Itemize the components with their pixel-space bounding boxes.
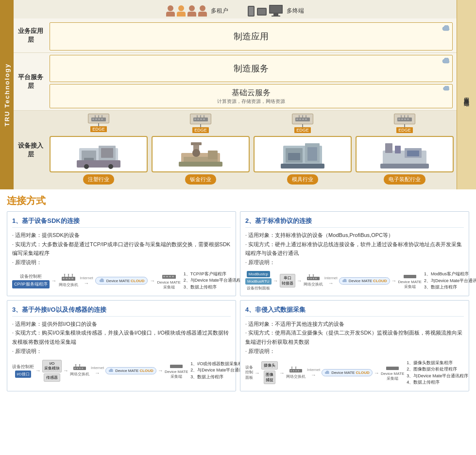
svg-point-31 <box>302 115 304 116</box>
svg-rect-3 <box>98 118 100 120</box>
svg-point-80 <box>68 274 69 275</box>
user-icon-3 <box>187 5 196 17</box>
serial-box: 串口 转接器 <box>280 274 295 287</box>
conn-box-io: 3、基于外接I/O以及传感器的连接 · 适用对象：提供外部I/O接口的设备 · … <box>7 300 236 391</box>
svg-point-81 <box>71 274 73 275</box>
platform-layer-label: 平台服务层 <box>14 53 48 110</box>
svg-rect-24 <box>299 118 301 120</box>
industry-boxes: 注塑行业 钣金行业 模具行业 <box>50 136 454 185</box>
svg-rect-35 <box>401 118 403 120</box>
svg-point-55 <box>192 149 200 157</box>
modbus-rtu-box: ModBusRTU <box>245 278 272 285</box>
conn-box-sdk: 1、基于设备SDK的连接 · 适用对象：提供SDK的设备 · 实现方式：大多数设… <box>7 211 236 296</box>
device-layer-row: 设备接入层 EDGE <box>14 111 457 189</box>
svg-rect-26 <box>305 118 307 120</box>
svg-rect-99 <box>77 368 78 369</box>
conn-sdk-title: 1、基于设备SDK的连接 <box>12 217 231 228</box>
conn-ni-texts: · 适用对象：不适用于其他连接方式的设备 · 实现方式：使用高清工业摄像头（提供… <box>245 320 464 356</box>
tru-label: TRU Technology <box>3 63 11 126</box>
svg-rect-15 <box>203 118 205 120</box>
image-capture-box: 图像 捕捉 <box>264 371 275 384</box>
svg-rect-96 <box>404 275 416 278</box>
svg-rect-4 <box>101 118 103 120</box>
tablet-icon <box>257 8 267 16</box>
svg-point-9 <box>98 115 100 116</box>
svg-point-94 <box>308 274 310 275</box>
conn-ni-diagram: 设备 控制 面板 → 摄像头 图像 捕捉 → 网络交换机 Internet → <box>245 360 464 386</box>
users-row: 多租户 多终端 <box>14 0 457 18</box>
svg-rect-74 <box>68 278 70 279</box>
svg-rect-36 <box>404 118 406 120</box>
edge-label-2: EDGE <box>192 127 209 133</box>
svg-rect-58 <box>208 151 218 159</box>
right-sidebar: 应用市场及系统运维 <box>457 0 476 189</box>
industry-electronics: 电子装配行业 <box>356 136 454 185</box>
industry-label-electronics: 电子装配行业 <box>384 174 425 185</box>
svg-point-20 <box>200 115 202 116</box>
svg-rect-111 <box>298 370 299 371</box>
multi-tenant-label: 多租户 <box>211 7 228 15</box>
svg-point-115 <box>295 367 297 368</box>
conn-ni-title: 4、非侵入式数据采集 <box>245 305 464 317</box>
gateway-icon-2 <box>190 114 211 124</box>
industry-label-sheet: 钣金行业 <box>185 174 216 185</box>
svg-point-30 <box>299 115 300 116</box>
conn-proto-texts: · 适用对象：支持标准协议的设备（ModBus,ProfiBus,OPC等） ·… <box>245 231 464 267</box>
svg-rect-86 <box>172 276 174 277</box>
biz-layer-row: 业务应用层 制造应用 <box>14 18 457 53</box>
industry-sheet-metal: 钣金行业 <box>152 136 250 185</box>
svg-point-104 <box>75 364 77 365</box>
svg-rect-75 <box>71 278 73 279</box>
industry-label-mold: 模具行业 <box>287 174 318 185</box>
svg-rect-98 <box>74 368 76 369</box>
svg-rect-90 <box>313 278 314 279</box>
svg-point-105 <box>79 364 81 365</box>
svg-rect-62 <box>288 153 300 160</box>
svg-rect-54 <box>191 142 202 145</box>
svg-rect-1 <box>92 118 94 120</box>
svg-rect-88 <box>308 278 309 279</box>
edge-label-4: EDGE <box>396 127 413 133</box>
svg-rect-13 <box>197 118 199 120</box>
conn-sdk-diagram: 设备控制柜 CP/IP服务端程序 → 网络交换机 Internet → <box>12 271 231 291</box>
svg-rect-66 <box>385 143 392 153</box>
svg-point-41 <box>401 115 402 116</box>
svg-rect-108 <box>290 370 292 371</box>
svg-rect-109 <box>293 370 294 371</box>
conn-io-texts: · 适用对象：提供外部I/O接口的设备 · 实现方式：购买I/O采集模块或传感器… <box>12 320 231 356</box>
manufacturing-service-box: 制造服务 <box>50 55 453 82</box>
svg-rect-116 <box>386 367 399 370</box>
edge-label-1: EDGE <box>90 126 107 132</box>
svg-rect-70 <box>407 151 419 156</box>
industry-injection: 注塑行业 <box>50 136 148 185</box>
gateway-icon-3 <box>292 114 313 124</box>
svg-point-10 <box>102 115 103 116</box>
svg-point-42 <box>404 115 406 116</box>
svg-rect-12 <box>194 118 196 120</box>
connection-section: 连接方式 1、基于设备SDK的连接 · 适用对象：提供SDK的设备 · 实现方式… <box>0 189 476 396</box>
svg-point-32 <box>306 115 307 116</box>
svg-rect-34 <box>398 118 400 120</box>
svg-point-95 <box>312 274 314 275</box>
gateway-icon-1 <box>88 114 109 123</box>
cloud-service-box: 基础云服务 计算资源，存储资源，网络资源 <box>50 84 453 108</box>
phone-icon <box>248 6 255 17</box>
multi-device-label: 多终端 <box>287 7 304 15</box>
svg-point-19 <box>197 115 198 116</box>
svg-rect-84 <box>166 276 168 277</box>
manufacturing-app-box: 制造应用 <box>50 22 453 51</box>
svg-point-50 <box>84 164 89 169</box>
edge-label-3: EDGE <box>294 127 311 133</box>
tru-sidebar: TRU Technology <box>0 0 14 189</box>
biz-layer-label: 业务应用层 <box>14 18 48 52</box>
device-layer-label: 设备接入层 <box>14 111 48 189</box>
cp-ip-box: CP/IP服务端程序 <box>12 280 50 288</box>
svg-rect-106 <box>170 365 183 368</box>
svg-rect-91 <box>315 278 317 279</box>
svg-rect-64 <box>281 164 324 169</box>
conn-box-protocol: 2、基于标准协议的连接 · 适用对象：支持标准协议的设备（ModBus,Prof… <box>240 211 469 296</box>
conn-proto-diagram: ModBustcp ModBusRTU 设备控制面板 → 串口 转接器 → 网络… <box>245 271 464 291</box>
svg-rect-23 <box>296 118 298 120</box>
io-port-box: I/O接口 <box>15 371 31 378</box>
conn-sdk-texts: · 适用对象：提供SDK的设备 · 实现方式：大多数设备都是通过TCP/IP或串… <box>12 231 231 267</box>
